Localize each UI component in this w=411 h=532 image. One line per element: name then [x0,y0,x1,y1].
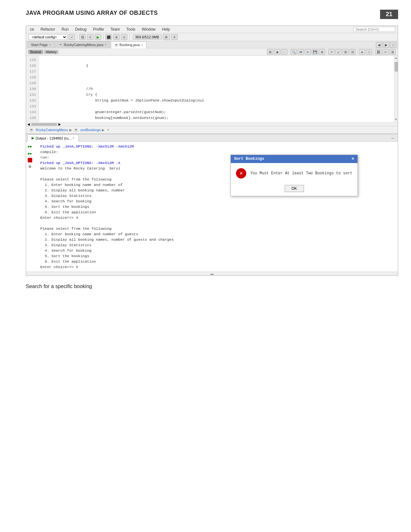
secondary-tb-btn-16[interactable]: ═ [382,49,389,55]
secondary-tb-btn-11[interactable]: ⊞ [342,49,349,55]
secondary-tb-btn-6[interactable]: ⇐ [305,49,311,55]
output-tab-close[interactable]: × [73,136,74,140]
menu-tools[interactable]: Tools [125,26,137,32]
secondary-tb-btn-3[interactable]: - [281,49,288,55]
output-tab-icon: ▶ [32,136,34,140]
breadcrumb-close[interactable]: × [107,128,109,132]
scroll-thumb[interactable] [395,62,398,72]
history-button[interactable]: History [44,50,59,54]
scroll-right-arrow[interactable]: ▶ [57,122,62,126]
toolbar-btn-3[interactable]: ▶ [95,34,101,40]
modal-titlebar: Sort Bookings × [231,155,357,163]
page-title: JAVA PROGRAM USING ARRAY OF OBJECTS [26,10,158,16]
toolbar-separator-3 [129,34,130,40]
secondary-tb-btn-8[interactable]: ⊕ [319,49,325,55]
modal-ok-button[interactable]: OK [285,185,304,192]
menu-debug[interactable]: Debug [74,26,88,32]
menu-run[interactable]: Run [60,26,70,32]
breadcrumb-bar: ☕ RockyCateringMenu ▶ ☕ sortBookings ▶ × [26,126,398,134]
toolbar-gc-btn[interactable]: ♻ [163,34,170,40]
secondary-tb-sep2 [327,49,327,55]
section-label: Search for a specific booking [0,276,411,292]
modal-close-btn[interactable]: × [352,156,354,162]
output-tab[interactable]: ▶ Output - 1184862 (ru... × [27,134,79,142]
breadcrumb-rocky-label: RockyCateringMenu [36,128,68,132]
settings-icon[interactable]: ⚙ [27,164,33,169]
toolbar-btn-5[interactable]: ⊕ [113,34,120,40]
toolbar-btn-1[interactable]: ⚙ [79,34,86,40]
tab-booking-close[interactable]: × [141,43,143,47]
menu-profile[interactable]: Profile [92,26,105,32]
toolbar-x-btn[interactable]: ✕ [171,34,178,40]
tab-start-page-close[interactable]: × [49,43,51,47]
code-scrollbar-horizontal[interactable]: ◀ ▶ [26,122,398,126]
secondary-tb-btn-7[interactable]: 💾 [312,49,318,55]
output-line-19: 3. Display Statistics [40,242,393,248]
modal-footer: OK [231,182,357,196]
output-content: ▶▶ ▶▶ ⚙ Picked up _JAVA_OPTIONS: -Xmx512… [26,142,398,272]
toolbar-btn-4[interactable]: ⬛ [105,34,112,40]
breadcrumb-arrow-1: ▶ [69,128,72,132]
code-line-127 [42,69,391,74]
code-line-131: try { [42,92,391,98]
scroll-down-arrow[interactable]: ▼ [394,117,397,122]
menu-window[interactable]: Window [141,26,157,32]
secondary-tb-btn-2[interactable]: ■ [274,49,280,55]
output-line-17: 1. Enter booking name and number of gues… [40,231,393,237]
toolbar-btn-2[interactable]: ≡ [87,34,93,40]
secondary-tb-btn-1[interactable]: ⊞ [267,49,273,55]
secondary-tb-btn-10[interactable]: ↙ [335,49,342,55]
tab-rockycatering-close[interactable]: × [105,43,107,47]
breadcrumb-item-rocky[interactable]: RockyCateringMenu [36,128,68,132]
secondary-tb-btn-9[interactable]: ↗ [328,49,335,55]
secondary-tb-expand[interactable]: ⊞ [389,49,396,55]
secondary-tb-btn-5[interactable]: ⇄ [298,49,304,55]
tab-rockycatering-label: RockyCateringMenu.java [64,43,103,47]
search-input[interactable] [353,27,395,32]
code-line-130: //h [42,86,391,92]
tab-start-page[interactable]: Start Page × [27,41,54,48]
run-icon-2[interactable]: ▶▶ [27,151,33,157]
modal-body: ✕ You Must Enter At least Two Bookings t… [231,163,357,182]
toolbar-separator-1 [77,34,77,40]
output-minimize-btn[interactable]: – [389,135,396,141]
secondary-tb-btn-12[interactable]: ⊟ [349,49,356,55]
secondary-tb-btn-15[interactable]: 🖼 [375,49,382,55]
run-icon-1[interactable]: ▶▶ [27,144,33,150]
code-content[interactable]: } //h try { String guestNum = JOptionPan… [39,56,394,122]
secondary-tb-btn-4[interactable]: 🔍 [290,49,297,55]
toolbar-check-btn[interactable]: ✓ [69,34,75,40]
output-line-23: Enter choice==> 5 [40,264,393,270]
output-panel: ▶ Output - 1184862 (ru... × – ▶▶ ▶▶ ⚙ Pi… [26,134,398,276]
scroll-up-arrow[interactable]: ▲ [394,56,397,61]
left-panel: ▶▶ ▶▶ ⚙ [26,142,34,171]
code-line-126: } [42,63,391,69]
tab-restore[interactable]: □ [390,42,396,48]
tab-booking[interactable]: ☕ Booking.java × [111,41,147,48]
breadcrumb-item-sort[interactable]: sortBookings [80,128,101,132]
menu-team[interactable]: Team [109,26,121,32]
code-line-134: gnum=Integer.parseInt(guestNum); [42,109,391,115]
scroll-left-arrow[interactable]: ◀ [26,122,31,126]
output-scrollbar-h[interactable]: ▬ [26,272,398,276]
source-button[interactable]: Source [28,50,43,54]
tab-nav-right[interactable]: ▶ [383,42,389,48]
secondary-tb-btn-14[interactable]: □ [366,49,372,55]
stop-icon[interactable] [28,158,32,162]
tab-rockycatering[interactable]: ☕ RockyCateringMenu.java × [55,41,110,48]
toolbar-btn-6[interactable]: ⊙ [121,34,127,40]
output-line-11: 4. Search for booking [40,198,393,204]
modal-title: Sort Bookings [234,156,264,162]
h-scroll-thumb[interactable] [31,123,57,126]
breadcrumb-arrow-2: ▶ [102,128,104,132]
config-select[interactable]: <default config> [29,34,67,40]
code-scrollbar-vertical[interactable]: ▲ ▼ [394,56,398,122]
secondary-tb-btn-13[interactable]: ● [359,49,365,55]
tab-nav-left[interactable]: ◀ [376,42,382,48]
page-number: 21 [380,10,398,19]
menu-refactor[interactable]: Refactor [39,26,56,32]
menu-help[interactable]: Help [161,26,171,32]
menu-ce[interactable]: ce [29,26,35,32]
breadcrumb-java-icon-2: ☕ [73,127,79,133]
output-line-14: Enter choice==> 4 [40,215,393,220]
